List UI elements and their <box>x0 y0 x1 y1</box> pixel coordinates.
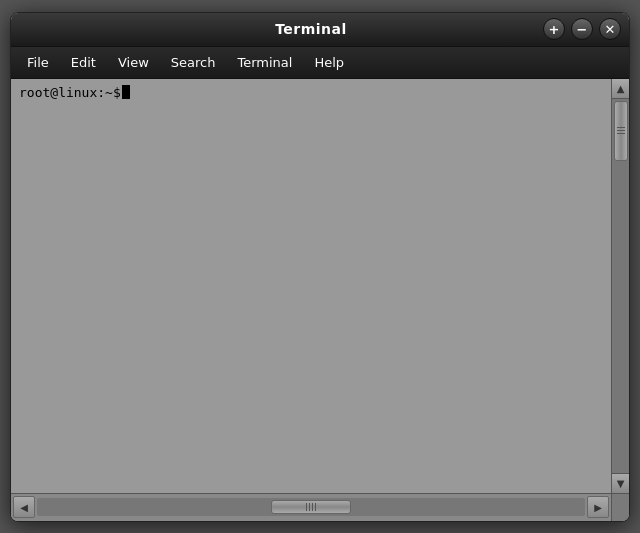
scroll-right-button[interactable]: ▶ <box>587 496 609 518</box>
terminal-prompt-line: root@linux:~$ <box>19 85 603 100</box>
h-grip-1 <box>306 503 307 511</box>
scroll-down-button[interactable]: ▼ <box>612 473 630 493</box>
terminal-prompt-text: root@linux:~$ <box>19 85 121 100</box>
scroll-left-button[interactable]: ◀ <box>13 496 35 518</box>
terminal-window: Terminal + − ✕ File Edit View Search Ter… <box>10 12 630 522</box>
scrollbar-track-horizontal[interactable] <box>37 498 585 516</box>
h-grip-2 <box>309 503 310 511</box>
thumb-grip-1 <box>617 127 625 128</box>
thumb-grip-3 <box>617 133 625 134</box>
horizontal-scrollbar: ◀ ▶ <box>11 494 611 521</box>
scrollbar-track-vertical[interactable] <box>612 99 629 473</box>
thumb-grip-2 <box>617 130 625 131</box>
right-arrow-icon: ▶ <box>594 502 602 513</box>
minimize-button[interactable]: − <box>571 18 593 40</box>
up-arrow-icon: ▲ <box>617 83 625 94</box>
bottom-scrollbar-area: ◀ ▶ <box>11 493 629 521</box>
vertical-scrollbar: ▲ ▼ <box>611 79 629 493</box>
window-controls: + − ✕ <box>543 18 621 40</box>
scroll-up-button[interactable]: ▲ <box>612 79 630 99</box>
scrollbar-thumb-horizontal[interactable] <box>271 500 351 514</box>
content-area: root@linux:~$ ▲ ▼ <box>11 79 629 493</box>
menu-help[interactable]: Help <box>304 51 354 74</box>
scrollbar-thumb-vertical[interactable] <box>614 101 628 161</box>
close-button[interactable]: ✕ <box>599 18 621 40</box>
menu-edit[interactable]: Edit <box>61 51 106 74</box>
menu-file[interactable]: File <box>17 51 59 74</box>
menu-view[interactable]: View <box>108 51 159 74</box>
left-arrow-icon: ◀ <box>20 502 28 513</box>
down-arrow-icon: ▼ <box>617 478 625 489</box>
add-button[interactable]: + <box>543 18 565 40</box>
title-bar: Terminal + − ✕ <box>11 13 629 47</box>
menu-terminal[interactable]: Terminal <box>227 51 302 74</box>
h-grip-3 <box>312 503 313 511</box>
terminal-cursor <box>122 85 130 99</box>
menu-search[interactable]: Search <box>161 51 226 74</box>
terminal-body[interactable]: root@linux:~$ <box>11 79 611 493</box>
h-grip-4 <box>315 503 316 511</box>
window-title: Terminal <box>79 21 543 37</box>
scrollbar-corner <box>611 494 629 522</box>
menu-bar: File Edit View Search Terminal Help <box>11 47 629 79</box>
